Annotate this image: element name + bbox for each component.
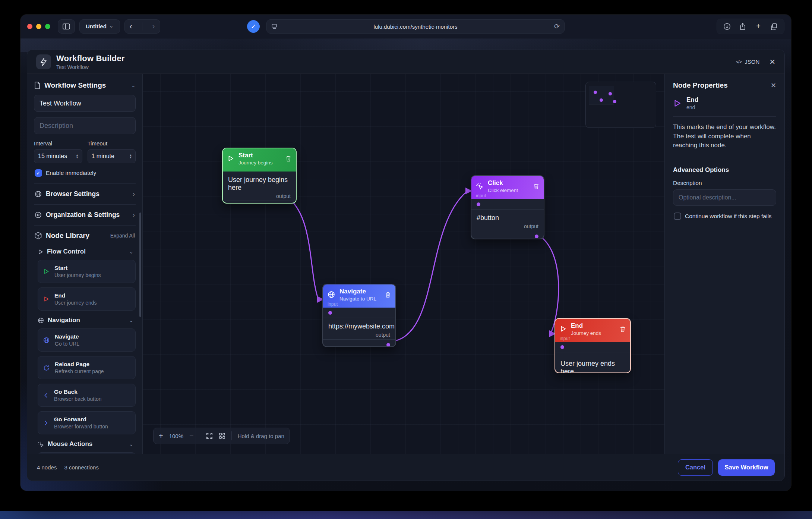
globe-icon — [43, 337, 50, 343]
stepper-arrows-icon: ▴▾ — [130, 154, 132, 158]
sidebar-icon — [63, 23, 70, 29]
zoom-out-button[interactable]: − — [189, 432, 194, 440]
url-bar[interactable]: lulu.dubici.com/synthetic-monitors ⟳ — [266, 19, 565, 34]
grid-layout-icon[interactable] — [219, 432, 225, 439]
minimap-node-dot — [609, 92, 612, 95]
workflow-name-input[interactable]: Test Workflow — [34, 95, 136, 112]
minimap[interactable] — [585, 82, 656, 128]
node-navigate-header: Navigate Navigate to URL input — [323, 284, 395, 308]
node-description-text: This marks the end of your workflow. The… — [673, 123, 776, 158]
toolbar-divider — [231, 431, 232, 440]
continue-on-fail-checkbox[interactable] — [674, 213, 681, 220]
app-footer: 4 nodes 3 connections Cancel Save Workfl… — [27, 454, 784, 481]
input-port[interactable] — [560, 345, 564, 349]
new-tab-button[interactable]: + — [751, 19, 766, 34]
chevron-right-icon: › — [133, 190, 135, 198]
library-item-click[interactable]: Click Click element — [38, 452, 136, 454]
fit-view-icon[interactable] — [206, 432, 213, 439]
library-item-reload-page[interactable]: Reload Page Refresh current page — [38, 356, 136, 379]
sidebar-scrollbar[interactable] — [139, 213, 141, 317]
nodes-count: 4 nodes — [37, 464, 57, 471]
json-view-button[interactable]: </> JSON — [736, 59, 759, 65]
delete-node-icon[interactable] — [533, 183, 539, 189]
group-mouse-actions[interactable]: Mouse Actions ⌄ — [38, 440, 134, 448]
optional-description-input[interactable]: Optional description... — [673, 189, 776, 206]
pan-hint: Hold & drag to pan — [238, 433, 284, 439]
workflow-settings-header[interactable]: Workflow Settings ⌄ — [34, 81, 136, 89]
reload-icon[interactable]: ⟳ — [554, 22, 560, 31]
url-text: lulu.dubici.com/synthetic-monitors — [267, 23, 564, 30]
input-port[interactable] — [328, 311, 332, 315]
close-builder-button[interactable]: ✕ — [769, 57, 775, 66]
node-start[interactable]: Start Journey begins User journey begins… — [222, 148, 297, 204]
sidebar-item-browser-settings[interactable]: Browser Settings › — [34, 183, 136, 204]
verified-badge-icon[interactable]: ✓ — [247, 20, 260, 33]
workflow-canvas[interactable]: Start Journey begins User journey begins… — [143, 74, 664, 454]
interval-label: Interval — [34, 140, 82, 147]
sidebar-item-organization-settings[interactable]: Organization & Settings › — [34, 204, 136, 225]
delete-node-icon[interactable] — [620, 326, 626, 332]
library-item-end[interactable]: End User journey ends — [38, 287, 136, 311]
desktop-wallpaper-strip — [0, 511, 812, 519]
node-end-header: End Journey ends input — [555, 319, 630, 342]
app-titles: Workflow Builder Test Workflow — [56, 54, 125, 70]
save-workflow-button[interactable]: Save Workflow — [718, 459, 775, 476]
chevron-down-icon: ⌄ — [129, 441, 133, 447]
globe-icon — [35, 191, 42, 198]
delete-node-icon[interactable] — [385, 292, 391, 298]
tab-title-menu[interactable]: Untitled ⌄ — [79, 19, 120, 34]
downloads-button[interactable] — [719, 19, 735, 34]
play-icon — [673, 99, 681, 107]
output-port[interactable] — [386, 343, 390, 347]
enable-immediately-row[interactable]: ✓ Enable immediately — [35, 169, 135, 177]
node-navigate[interactable]: Navigate Navigate to URL input — [322, 284, 396, 347]
minimap-node-dot — [613, 100, 616, 103]
minimap-viewport[interactable] — [589, 86, 614, 104]
workflow-builder-app: Workflow Builder Test Workflow </> JSON … — [27, 50, 785, 481]
selected-node-type: end — [686, 104, 698, 110]
browser-toolbar: Untitled ⌄ ‹ › ✓ lulu.dubici.com/synthet… — [20, 15, 791, 38]
share-button[interactable] — [735, 19, 751, 34]
chevron-left-icon — [43, 393, 49, 398]
workflow-description-input[interactable]: Description — [34, 117, 136, 134]
sidebar-toggle-button[interactable] — [58, 19, 75, 34]
selected-node-summary: End end — [673, 96, 776, 117]
tab-title: Untitled — [86, 23, 107, 29]
toolbar-divider — [200, 431, 200, 440]
forward-button[interactable]: › — [152, 22, 155, 31]
library-item-start[interactable]: Start User journey begins — [38, 260, 136, 283]
group-navigation[interactable]: Navigation ⌄ — [38, 317, 134, 324]
output-port-row — [471, 231, 544, 239]
library-item-navigate[interactable]: Navigate Go to URL — [38, 328, 136, 352]
interval-select[interactable]: 15 minutes ▴▾ — [34, 149, 82, 163]
timeout-select[interactable]: 1 minute ▴▾ — [88, 149, 136, 163]
close-properties-button[interactable]: ✕ — [771, 81, 776, 89]
cursor-click-icon — [476, 182, 483, 190]
zoom-in-button[interactable]: + — [159, 432, 163, 440]
minimize-window-button[interactable] — [36, 24, 41, 29]
minimap-node-dot — [594, 91, 597, 94]
node-body-text: #button — [477, 214, 538, 222]
continue-on-fail-row[interactable]: Continue workflow if this step fails — [674, 213, 775, 220]
browser-window: Untitled ⌄ ‹ › ✓ lulu.dubici.com/synthet… — [20, 15, 791, 491]
chevron-right-icon — [43, 420, 49, 426]
node-click[interactable]: Click Click element input — [471, 175, 544, 239]
input-port-row — [323, 308, 395, 318]
desktop: Untitled ⌄ ‹ › ✓ lulu.dubici.com/synthet… — [0, 0, 812, 519]
tab-overview-button[interactable] — [766, 19, 782, 34]
nav-divider — [142, 22, 142, 31]
close-window-button[interactable] — [27, 24, 32, 29]
back-button[interactable]: ‹ — [130, 22, 132, 31]
node-end[interactable]: End Journey ends input — [555, 318, 631, 373]
play-icon — [43, 268, 49, 274]
input-port[interactable] — [477, 202, 480, 206]
zoom-window-button[interactable] — [45, 24, 50, 29]
expand-all-button[interactable]: Expand All — [110, 233, 135, 239]
library-item-go-forward[interactable]: Go Forward Browser forward button — [38, 411, 136, 434]
output-port[interactable] — [535, 235, 538, 238]
group-flow-control[interactable]: Flow Control ⌄ — [38, 248, 134, 255]
enable-immediately-checkbox[interactable]: ✓ — [35, 169, 42, 177]
delete-node-icon[interactable] — [285, 155, 291, 162]
library-item-go-back[interactable]: Go Back Browser back button — [38, 384, 136, 407]
cancel-button[interactable]: Cancel — [678, 459, 713, 476]
